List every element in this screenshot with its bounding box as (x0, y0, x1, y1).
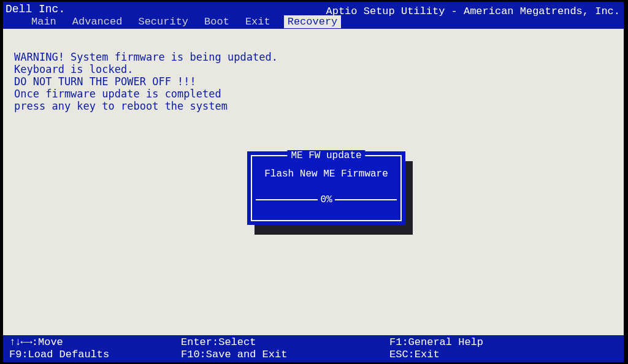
hint-save: F10:Save and Exit (181, 349, 389, 361)
warning-text: WARNING! System firmware is being update… (14, 51, 613, 112)
progress-line-left (256, 199, 318, 200)
progress-bar: 0% (256, 194, 397, 205)
dialog-title: ME FW update (287, 150, 365, 161)
move-label: :Move (32, 336, 63, 348)
hint-select: Enter:Select (181, 336, 389, 349)
dialog-frame: ME FW update Flash New ME Firmware 0% (251, 155, 402, 221)
menu-tabs: MainAdvancedSecurityBootExitRecovery (29, 15, 341, 28)
progress-percent: 0% (318, 194, 334, 205)
tab-main[interactable]: Main (29, 15, 59, 28)
tab-security[interactable]: Security (136, 15, 191, 28)
tab-boot[interactable]: Boot (202, 15, 232, 28)
tab-recovery[interactable]: Recovery (284, 15, 342, 28)
firmware-update-dialog: ME FW update Flash New ME Firmware 0% (247, 151, 405, 225)
tab-exit[interactable]: Exit (243, 15, 273, 28)
hint-defaults: F9:Load Defaults (9, 349, 181, 361)
utility-title: Aptio Setup Utility - American Megatrend… (326, 6, 620, 17)
header-bar: Dell Inc. Aptio Setup Utility - American… (3, 2, 624, 29)
vendor-label: Dell Inc. (6, 3, 65, 15)
footer-bar: ↑↓←→:Move Enter:Select F1:General Help F… (3, 335, 624, 362)
bios-screen: Dell Inc. Aptio Setup Utility - American… (3, 2, 624, 362)
hint-exit: ESC:Exit (389, 349, 618, 361)
hint-move: ↑↓←→:Move (9, 336, 181, 349)
hint-help: F1:General Help (389, 336, 618, 349)
dialog-body-text: Flash New ME Firmware (252, 169, 400, 180)
tab-advanced[interactable]: Advanced (70, 15, 125, 28)
arrows-icon: ↑↓←→ (9, 336, 32, 348)
progress-line-right (335, 199, 397, 200)
